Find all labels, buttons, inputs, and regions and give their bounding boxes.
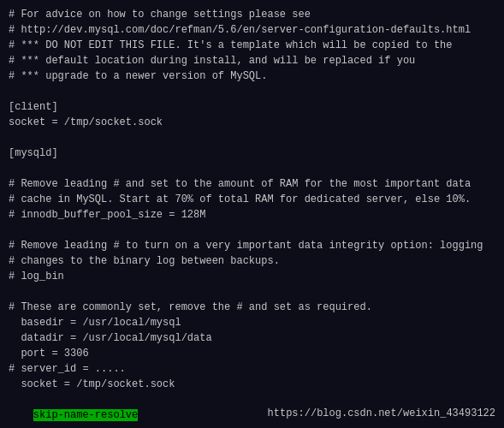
line-18: # log_bin bbox=[9, 269, 495, 284]
line-6 bbox=[9, 84, 495, 99]
line-2: # http://dev.mysql.com/doc/refman/5.6/en… bbox=[9, 22, 495, 38]
line-12: # Remove leading # and set to the amount… bbox=[9, 176, 495, 192]
line-11 bbox=[9, 161, 495, 176]
line-4: # *** default location during install, a… bbox=[9, 53, 495, 68]
line-21: basedir = /usr/local/mysql bbox=[9, 315, 495, 330]
line-19 bbox=[9, 284, 495, 300]
line-24: # server_id = ..... bbox=[9, 361, 495, 377]
line-16: # Remove leading # to turn on a very imp… bbox=[9, 238, 495, 253]
line-23: port = 3306 bbox=[9, 346, 495, 361]
blog-url: https://blog.csdn.net/weixin_43493122 bbox=[268, 406, 495, 421]
line-8: socket = /tmp/socket.sock bbox=[9, 115, 495, 130]
skip-name-highlight: skip-name-resolve bbox=[33, 409, 138, 421]
line-14: # innodb_buffer_pool_size = 128M bbox=[9, 207, 495, 223]
line-17: # changes to the binary log between back… bbox=[9, 253, 495, 269]
terminal-window: # For advice on how to change settings p… bbox=[0, 0, 504, 428]
line-15 bbox=[9, 223, 495, 238]
line-3: # *** DO NOT EDIT THIS FILE. It's a temp… bbox=[9, 38, 495, 53]
line-9 bbox=[9, 130, 495, 146]
line-13: # cache in MySQL. Start at 70% of total … bbox=[9, 192, 495, 207]
line-5: # *** upgrade to a newer version of MySQ… bbox=[9, 68, 495, 84]
line-22: datadir = /usr/local/mysql/data bbox=[9, 330, 495, 346]
line-20: # These are commonly set, remove the # a… bbox=[9, 300, 495, 315]
line-1: # For advice on how to change settings p… bbox=[9, 7, 495, 22]
line-25: socket = /tmp/socket.sock bbox=[9, 377, 495, 392]
line-10: [mysqld] bbox=[9, 146, 495, 161]
line-7: [client] bbox=[9, 99, 495, 115]
